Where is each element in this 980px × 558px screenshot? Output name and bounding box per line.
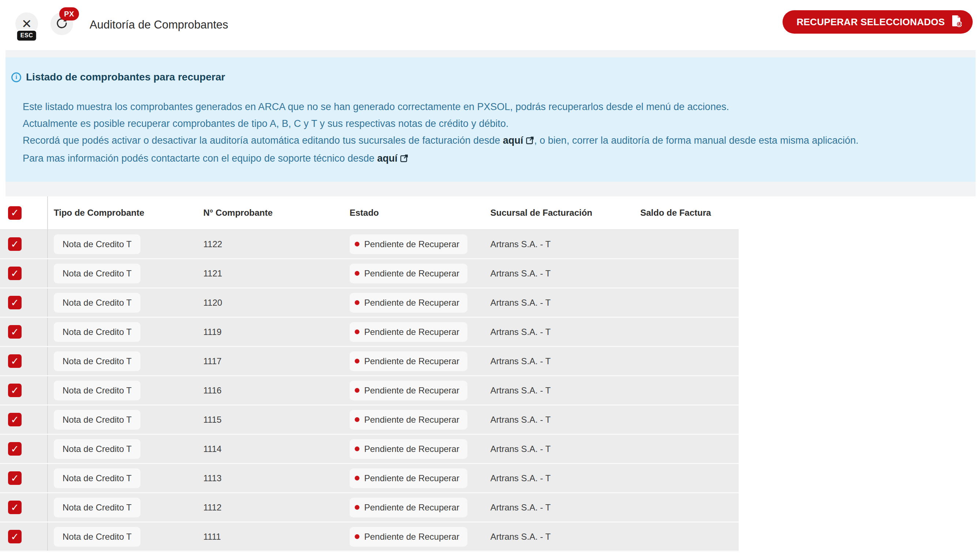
row-checkbox[interactable]: ✓	[8, 413, 21, 427]
status-badge: Pendiente de Recuperar	[350, 235, 467, 254]
status-badge: Pendiente de Recuperar	[350, 468, 467, 488]
saldo-cell	[634, 493, 739, 522]
table-row[interactable]: ✓ Nota de Credito T 1115 Pendiente de Re…	[0, 405, 739, 435]
row-checkbox[interactable]: ✓	[8, 296, 21, 309]
sucursal-cell: Artrans S.A. - T	[484, 435, 634, 464]
top-bar: ✕ ESC PX Auditoría de Comprobantes RECUP…	[0, 0, 980, 50]
status-dot-icon	[355, 300, 359, 305]
row-checkbox[interactable]: ✓	[8, 237, 21, 251]
status-dot-icon	[355, 242, 359, 246]
row-checkbox[interactable]: ✓	[8, 325, 21, 339]
numero-cell: 1112	[197, 493, 344, 522]
alert-body: Este listado muestra los comprobantes ge…	[23, 98, 968, 168]
tipo-chip: Nota de Credito T	[54, 264, 140, 283]
row-checkbox[interactable]: ✓	[8, 442, 21, 456]
status-badge: Pendiente de Recuperar	[350, 498, 467, 517]
saldo-cell	[634, 259, 739, 288]
tipo-chip: Nota de Credito T	[54, 439, 140, 459]
row-checkbox[interactable]: ✓	[8, 267, 21, 280]
numero-cell: 1115	[197, 405, 344, 435]
column-header-numero: N° Comprobante	[197, 196, 344, 230]
table-row[interactable]: ✓ Nota de Credito T 1114 Pendiente de Re…	[0, 435, 739, 464]
numero-cell: 1113	[197, 464, 344, 493]
close-icon: ✕	[21, 18, 32, 30]
table-row[interactable]: ✓ Nota de Credito T 1113 Pendiente de Re…	[0, 464, 739, 493]
saldo-cell	[634, 464, 739, 493]
alert-paragraph: Este listado muestra los comprobantes ge…	[23, 98, 968, 115]
numero-cell: 1111	[197, 522, 344, 551]
sucursal-cell: Artrans S.A. - T	[484, 259, 634, 288]
status-dot-icon	[355, 446, 359, 451]
status-badge: Pendiente de Recuperar	[350, 293, 467, 313]
column-header-sucursal: Sucursal de Facturación	[484, 196, 634, 230]
table-row[interactable]: ✓ Nota de Credito T 1122 Pendiente de Re…	[0, 230, 739, 259]
tipo-chip: Nota de Credito T	[54, 293, 140, 313]
column-header-saldo: Saldo de Factura	[634, 196, 739, 230]
status-dot-icon	[355, 271, 359, 276]
alert-paragraph: Actualmente es posible recuperar comprob…	[23, 115, 968, 132]
tipo-chip: Nota de Credito T	[54, 351, 140, 371]
saldo-cell	[634, 317, 739, 347]
sucursal-cell: Artrans S.A. - T	[484, 347, 634, 376]
status-badge: Pendiente de Recuperar	[350, 381, 467, 400]
status-badge: Pendiente de Recuperar	[350, 410, 467, 430]
tipo-chip: Nota de Credito T	[54, 527, 140, 547]
status-dot-icon	[355, 359, 359, 363]
numero-cell: 1116	[197, 376, 344, 405]
info-alert: i Listado de comprobantes para recuperar…	[5, 57, 976, 182]
status-dot-icon	[355, 388, 359, 393]
tipo-chip: Nota de Credito T	[54, 410, 140, 430]
row-checkbox[interactable]: ✓	[8, 384, 21, 397]
sucursales-link[interactable]: aquí	[503, 135, 523, 146]
table-row[interactable]: ✓ Nota de Credito T 1116 Pendiente de Re…	[0, 376, 739, 405]
row-checkbox[interactable]: ✓	[8, 471, 21, 485]
file-restore-icon	[951, 15, 962, 30]
refresh-button[interactable]: PX	[51, 12, 73, 35]
saldo-cell	[634, 347, 739, 376]
status-dot-icon	[355, 505, 359, 510]
page-title: Auditoría de Comprobantes	[90, 18, 228, 31]
numero-cell: 1119	[197, 317, 344, 347]
tipo-chip: Nota de Credito T	[54, 498, 140, 517]
esc-shortcut-badge: ESC	[16, 30, 37, 42]
column-header-tipo: Tipo de Comprobante	[48, 196, 197, 230]
sucursal-cell: Artrans S.A. - T	[484, 405, 634, 435]
row-checkbox[interactable]: ✓	[8, 530, 21, 543]
row-checkbox[interactable]: ✓	[8, 501, 21, 514]
select-all-checkbox[interactable]: ✓	[8, 206, 21, 220]
status-badge: Pendiente de Recuperar	[350, 527, 467, 547]
numero-cell: 1122	[197, 230, 344, 259]
numero-cell: 1120	[197, 288, 344, 317]
status-badge: Pendiente de Recuperar	[350, 264, 467, 283]
status-badge: Pendiente de Recuperar	[350, 439, 467, 459]
content-section: i Listado de comprobantes para recuperar…	[5, 50, 976, 196]
soporte-link[interactable]: aquí	[378, 153, 398, 164]
status-dot-icon	[355, 330, 359, 334]
close-button[interactable]: ✕ ESC	[15, 12, 38, 35]
alert-heading: Listado de comprobantes para recuperar	[26, 71, 225, 83]
table-row[interactable]: ✓ Nota de Credito T 1121 Pendiente de Re…	[0, 259, 739, 288]
saldo-cell	[634, 230, 739, 259]
table-row[interactable]: ✓ Nota de Credito T 1119 Pendiente de Re…	[0, 317, 739, 347]
table-row[interactable]: ✓ Nota de Credito T 1112 Pendiente de Re…	[0, 493, 739, 522]
saldo-cell	[634, 405, 739, 435]
row-checkbox[interactable]: ✓	[8, 354, 21, 368]
table-row[interactable]: ✓ Nota de Credito T 1120 Pendiente de Re…	[0, 288, 739, 317]
sucursal-cell: Artrans S.A. - T	[484, 376, 634, 405]
table-row[interactable]: ✓ Nota de Credito T 1111 Pendiente de Re…	[0, 522, 739, 551]
column-header-estado: Estado	[344, 196, 484, 230]
tipo-chip: Nota de Credito T	[54, 381, 140, 400]
table-row[interactable]: ✓ Nota de Credito T 1117 Pendiente de Re…	[0, 347, 739, 376]
status-dot-icon	[355, 476, 359, 481]
sucursal-cell: Artrans S.A. - T	[484, 288, 634, 317]
saldo-cell	[634, 522, 739, 551]
sucursal-cell: Artrans S.A. - T	[484, 230, 634, 259]
alert-paragraph: Para mas información podés contactarte c…	[23, 150, 968, 168]
table-header-row: ✓ Tipo de Comprobante N° Comprobante Est…	[0, 196, 739, 230]
external-link-icon	[400, 151, 409, 168]
sucursal-cell: Artrans S.A. - T	[484, 522, 634, 551]
tipo-chip: Nota de Credito T	[54, 322, 140, 342]
status-dot-icon	[355, 417, 359, 422]
saldo-cell	[634, 288, 739, 317]
recover-selected-button[interactable]: RECUPERAR SELECCIONADOS	[783, 10, 973, 34]
